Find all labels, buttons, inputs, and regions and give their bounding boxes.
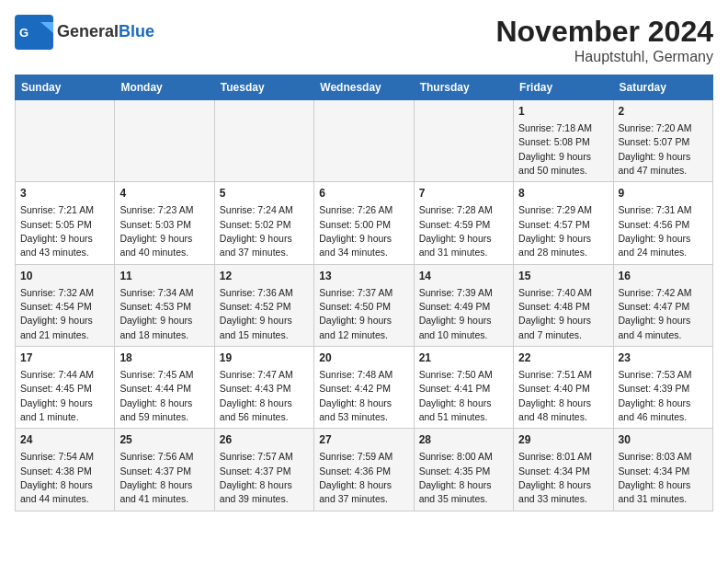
col-wednesday: Wednesday (314, 75, 414, 100)
day-info: Sunrise: 7:32 AM Sunset: 4:54 PM Dayligh… (20, 287, 94, 340)
table-row: 10Sunrise: 7:32 AM Sunset: 4:54 PM Dayli… (16, 264, 115, 346)
day-info: Sunrise: 7:23 AM Sunset: 5:03 PM Dayligh… (119, 204, 193, 258)
table-row: 29Sunrise: 8:01 AM Sunset: 4:34 PM Dayli… (514, 429, 613, 511)
calendar-header-row: Sunday Monday Tuesday Wednesday Thursday… (16, 75, 713, 100)
table-row: 6Sunrise: 7:26 AM Sunset: 5:00 PM Daylig… (314, 182, 414, 264)
col-friday: Friday (514, 75, 613, 100)
table-row: 11Sunrise: 7:34 AM Sunset: 4:53 PM Dayli… (115, 264, 214, 346)
day-info: Sunrise: 8:00 AM Sunset: 4:35 PM Dayligh… (419, 451, 493, 504)
day-number: 9 (619, 186, 708, 201)
calendar-week-row: 24Sunrise: 7:54 AM Sunset: 4:38 PM Dayli… (16, 429, 713, 511)
day-info: Sunrise: 7:21 AM Sunset: 5:05 PM Dayligh… (20, 204, 94, 258)
day-info: Sunrise: 7:51 AM Sunset: 4:40 PM Dayligh… (518, 369, 592, 422)
day-info: Sunrise: 7:59 AM Sunset: 4:36 PM Dayligh… (319, 451, 392, 504)
day-info: Sunrise: 7:26 AM Sunset: 5:00 PM Dayligh… (319, 204, 392, 258)
day-number: 7 (419, 186, 508, 201)
page-subtitle: Hauptstuhl, Germany (495, 49, 713, 65)
day-info: Sunrise: 7:56 AM Sunset: 4:37 PM Dayligh… (119, 451, 193, 504)
col-tuesday: Tuesday (214, 75, 313, 100)
calendar-week-row: 1Sunrise: 7:18 AM Sunset: 5:08 PM Daylig… (16, 100, 713, 182)
day-number: 2 (619, 104, 708, 120)
day-info: Sunrise: 8:01 AM Sunset: 4:34 PM Dayligh… (518, 451, 592, 504)
day-number: 11 (119, 269, 209, 284)
day-number: 25 (119, 432, 209, 448)
day-number: 17 (20, 350, 109, 366)
col-sunday: Sunday (16, 75, 115, 100)
day-number: 23 (619, 350, 708, 366)
table-row: 3Sunrise: 7:21 AM Sunset: 5:05 PM Daylig… (16, 182, 115, 264)
day-info: Sunrise: 7:54 AM Sunset: 4:38 PM Dayligh… (20, 451, 94, 504)
day-info: Sunrise: 7:44 AM Sunset: 4:45 PM Dayligh… (20, 369, 94, 422)
day-number: 15 (518, 269, 608, 284)
table-row: 17Sunrise: 7:44 AM Sunset: 4:45 PM Dayli… (16, 347, 115, 429)
table-row: 2Sunrise: 7:20 AM Sunset: 5:07 PM Daylig… (613, 100, 712, 182)
day-info: Sunrise: 7:31 AM Sunset: 4:56 PM Dayligh… (619, 204, 692, 258)
logo-icon: G (15, 15, 53, 50)
table-row: 24Sunrise: 7:54 AM Sunset: 4:38 PM Dayli… (16, 429, 115, 511)
day-number: 18 (119, 350, 209, 366)
table-row: 15Sunrise: 7:40 AM Sunset: 4:48 PM Dayli… (514, 264, 613, 346)
day-number: 20 (319, 350, 408, 366)
day-number: 19 (220, 350, 309, 366)
table-row: 5Sunrise: 7:24 AM Sunset: 5:02 PM Daylig… (214, 182, 313, 264)
table-row: 1Sunrise: 7:18 AM Sunset: 5:08 PM Daylig… (514, 100, 613, 182)
day-info: Sunrise: 8:03 AM Sunset: 4:34 PM Dayligh… (619, 451, 692, 504)
day-number: 4 (119, 186, 209, 201)
day-number: 26 (220, 432, 309, 448)
day-info: Sunrise: 7:45 AM Sunset: 4:44 PM Dayligh… (119, 369, 193, 422)
table-row: 27Sunrise: 7:59 AM Sunset: 4:36 PM Dayli… (314, 429, 414, 511)
day-number: 24 (20, 432, 109, 448)
table-row (115, 100, 214, 182)
day-number: 30 (619, 432, 708, 448)
table-row: 28Sunrise: 8:00 AM Sunset: 4:35 PM Dayli… (414, 429, 513, 511)
table-row: 9Sunrise: 7:31 AM Sunset: 4:56 PM Daylig… (613, 182, 712, 264)
day-info: Sunrise: 7:40 AM Sunset: 4:48 PM Dayligh… (518, 287, 592, 340)
day-number: 13 (319, 269, 408, 284)
col-saturday: Saturday (613, 75, 712, 100)
calendar-week-row: 10Sunrise: 7:32 AM Sunset: 4:54 PM Dayli… (16, 264, 713, 346)
day-info: Sunrise: 7:39 AM Sunset: 4:49 PM Dayligh… (419, 287, 493, 340)
table-row: 25Sunrise: 7:56 AM Sunset: 4:37 PM Dayli… (115, 429, 214, 511)
table-row: 13Sunrise: 7:37 AM Sunset: 4:50 PM Dayli… (314, 264, 414, 346)
table-row: 14Sunrise: 7:39 AM Sunset: 4:49 PM Dayli… (414, 264, 513, 346)
table-row: 7Sunrise: 7:28 AM Sunset: 4:59 PM Daylig… (414, 182, 513, 264)
page-header: G GeneralBlue November 2024 Hauptstuhl, … (15, 15, 713, 65)
day-info: Sunrise: 7:36 AM Sunset: 4:52 PM Dayligh… (220, 287, 293, 340)
table-row: 22Sunrise: 7:51 AM Sunset: 4:40 PM Dayli… (514, 347, 613, 429)
day-info: Sunrise: 7:34 AM Sunset: 4:53 PM Dayligh… (119, 287, 193, 340)
table-row: 12Sunrise: 7:36 AM Sunset: 4:52 PM Dayli… (214, 264, 313, 346)
day-info: Sunrise: 7:50 AM Sunset: 4:41 PM Dayligh… (419, 369, 493, 422)
table-row: 18Sunrise: 7:45 AM Sunset: 4:44 PM Dayli… (115, 347, 214, 429)
day-info: Sunrise: 7:24 AM Sunset: 5:02 PM Dayligh… (220, 204, 293, 258)
table-row: 26Sunrise: 7:57 AM Sunset: 4:37 PM Dayli… (214, 429, 313, 511)
table-row: 20Sunrise: 7:48 AM Sunset: 4:42 PM Dayli… (314, 347, 414, 429)
day-info: Sunrise: 7:18 AM Sunset: 5:08 PM Dayligh… (518, 122, 592, 176)
day-info: Sunrise: 7:37 AM Sunset: 4:50 PM Dayligh… (319, 287, 392, 340)
table-row: 16Sunrise: 7:42 AM Sunset: 4:47 PM Dayli… (613, 264, 712, 346)
logo-blue: Blue (119, 22, 154, 40)
day-info: Sunrise: 7:47 AM Sunset: 4:43 PM Dayligh… (220, 369, 293, 422)
day-number: 21 (419, 350, 508, 366)
calendar-week-row: 17Sunrise: 7:44 AM Sunset: 4:45 PM Dayli… (16, 347, 713, 429)
day-number: 28 (419, 432, 508, 448)
day-info: Sunrise: 7:57 AM Sunset: 4:37 PM Dayligh… (220, 451, 293, 504)
table-row: 8Sunrise: 7:29 AM Sunset: 4:57 PM Daylig… (514, 182, 613, 264)
day-number: 8 (518, 186, 608, 201)
svg-text:G: G (19, 26, 28, 40)
page-title: November 2024 (495, 15, 713, 49)
table-row: 21Sunrise: 7:50 AM Sunset: 4:41 PM Dayli… (414, 347, 513, 429)
table-row (16, 100, 115, 182)
table-row: 19Sunrise: 7:47 AM Sunset: 4:43 PM Dayli… (214, 347, 313, 429)
day-number: 5 (220, 186, 309, 201)
day-info: Sunrise: 7:42 AM Sunset: 4:47 PM Dayligh… (619, 287, 692, 340)
table-row: 23Sunrise: 7:53 AM Sunset: 4:39 PM Dayli… (613, 347, 712, 429)
day-number: 12 (220, 269, 309, 284)
day-number: 3 (20, 186, 109, 201)
col-monday: Monday (115, 75, 214, 100)
day-info: Sunrise: 7:29 AM Sunset: 4:57 PM Dayligh… (518, 204, 592, 258)
table-row: 30Sunrise: 8:03 AM Sunset: 4:34 PM Dayli… (613, 429, 712, 511)
day-number: 14 (419, 269, 508, 284)
day-number: 22 (518, 350, 608, 366)
day-info: Sunrise: 7:48 AM Sunset: 4:42 PM Dayligh… (319, 369, 392, 422)
col-thursday: Thursday (414, 75, 513, 100)
